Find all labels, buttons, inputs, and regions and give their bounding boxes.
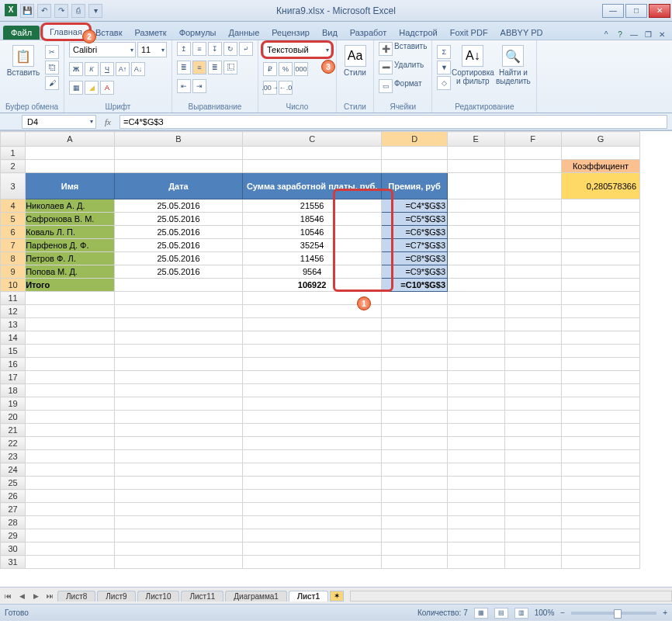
cell[interactable] bbox=[448, 173, 504, 199]
tab-data[interactable]: Данные bbox=[223, 26, 266, 40]
merge-cells-icon[interactable]: ⿺ bbox=[223, 61, 237, 75]
cell[interactable] bbox=[504, 516, 561, 529]
wrap-text-icon[interactable]: ⤶ bbox=[239, 42, 253, 56]
tab-abbyy[interactable]: ABBYY PD bbox=[494, 26, 549, 40]
cell[interactable] bbox=[504, 199, 561, 213]
cell[interactable] bbox=[26, 397, 115, 411]
cell[interactable] bbox=[561, 292, 639, 305]
tab-addins[interactable]: Надстрой bbox=[393, 26, 443, 40]
cell[interactable] bbox=[561, 490, 639, 503]
name-cell[interactable]: Петров Ф. Л. bbox=[26, 252, 115, 265]
cell[interactable] bbox=[448, 371, 504, 384]
cell[interactable] bbox=[243, 556, 382, 569]
help-icon[interactable]: ? bbox=[615, 29, 625, 40]
cell[interactable] bbox=[504, 529, 561, 543]
col-header-G[interactable]: G bbox=[561, 132, 639, 147]
cell[interactable] bbox=[114, 424, 242, 437]
cell[interactable] bbox=[382, 292, 448, 305]
row-header[interactable]: 25 bbox=[1, 477, 26, 490]
cell[interactable] bbox=[382, 345, 448, 358]
col-header-D[interactable]: D bbox=[382, 132, 448, 147]
border-icon[interactable]: ▦ bbox=[69, 81, 83, 95]
row-header[interactable]: 6 bbox=[1, 226, 26, 239]
cell[interactable] bbox=[382, 556, 448, 569]
cell[interactable] bbox=[382, 147, 448, 160]
sum-cell[interactable]: 21556 bbox=[243, 199, 382, 213]
header-cell[interactable]: Сумма заработной платы, руб. bbox=[243, 173, 382, 199]
col-header-C[interactable]: C bbox=[243, 132, 382, 147]
cell[interactable] bbox=[504, 424, 561, 437]
sum-cell[interactable]: 10546 bbox=[243, 226, 382, 239]
cell[interactable] bbox=[504, 279, 561, 292]
cell[interactable] bbox=[504, 437, 561, 450]
cell[interactable] bbox=[26, 147, 115, 160]
cell[interactable] bbox=[448, 397, 504, 411]
cell[interactable] bbox=[26, 437, 115, 450]
sum-cell[interactable]: 35254 bbox=[243, 239, 382, 252]
cell[interactable] bbox=[504, 226, 561, 239]
cell[interactable] bbox=[504, 358, 561, 371]
horizontal-scrollbar[interactable] bbox=[350, 591, 672, 602]
row-header[interactable]: 9 bbox=[1, 265, 26, 279]
sheet-nav-first-icon[interactable]: ⏮ bbox=[2, 590, 14, 602]
cell[interactable] bbox=[243, 371, 382, 384]
row-header[interactable]: 1 bbox=[1, 147, 26, 160]
cell[interactable] bbox=[382, 463, 448, 477]
qat-customize-icon[interactable]: ▾ bbox=[88, 4, 102, 18]
cell[interactable] bbox=[448, 450, 504, 463]
cell[interactable] bbox=[561, 477, 639, 490]
cell[interactable] bbox=[243, 463, 382, 477]
cell[interactable] bbox=[561, 411, 639, 424]
cell[interactable] bbox=[114, 529, 242, 543]
date-cell[interactable]: 25.05.2016 bbox=[114, 226, 242, 239]
cell[interactable] bbox=[26, 160, 115, 173]
sheet-tab[interactable]: Лист11 bbox=[181, 591, 223, 602]
cell[interactable] bbox=[26, 503, 115, 516]
cell[interactable] bbox=[504, 411, 561, 424]
increase-font-icon[interactable]: A↑ bbox=[116, 62, 130, 76]
cell[interactable] bbox=[243, 516, 382, 529]
cell[interactable] bbox=[448, 556, 504, 569]
sum-cell[interactable]: 18546 bbox=[243, 213, 382, 226]
cell[interactable] bbox=[448, 463, 504, 477]
row-header[interactable]: 27 bbox=[1, 503, 26, 516]
cell[interactable] bbox=[504, 450, 561, 463]
name-box[interactable]: D4 bbox=[22, 115, 96, 129]
tab-formulas[interactable]: Формулы bbox=[173, 26, 223, 40]
row-header[interactable]: 14 bbox=[1, 331, 26, 345]
cell[interactable] bbox=[114, 503, 242, 516]
cell[interactable] bbox=[504, 371, 561, 384]
sheet-tab[interactable]: Лист9 bbox=[97, 591, 135, 602]
row-header[interactable]: 4 bbox=[1, 199, 26, 213]
format-cells-icon[interactable]: ▭ bbox=[379, 79, 393, 93]
row-header[interactable]: 12 bbox=[1, 305, 26, 318]
format-painter-icon[interactable]: 🖌 bbox=[45, 76, 59, 90]
cell[interactable] bbox=[561, 252, 639, 265]
cell[interactable] bbox=[382, 305, 448, 318]
cell[interactable] bbox=[504, 477, 561, 490]
cell[interactable] bbox=[382, 490, 448, 503]
cell[interactable] bbox=[561, 463, 639, 477]
align-center-icon[interactable]: ≡ bbox=[192, 61, 206, 75]
cell[interactable] bbox=[382, 411, 448, 424]
date-cell[interactable]: 25.05.2016 bbox=[114, 213, 242, 226]
undo-icon[interactable]: ↶ bbox=[37, 4, 51, 18]
cell[interactable] bbox=[504, 147, 561, 160]
cell[interactable] bbox=[504, 384, 561, 397]
col-header-B[interactable]: B bbox=[114, 132, 242, 147]
close-button[interactable]: ✕ bbox=[649, 4, 670, 18]
fill-color-icon[interactable]: ◢ bbox=[85, 81, 99, 95]
cell[interactable] bbox=[448, 292, 504, 305]
zoom-in-icon[interactable]: + bbox=[663, 608, 667, 617]
tab-review[interactable]: Рецензир bbox=[265, 26, 316, 40]
sheet-tab[interactable]: Лист8 bbox=[57, 591, 95, 602]
cell[interactable] bbox=[448, 305, 504, 318]
minimize-button[interactable]: — bbox=[602, 4, 624, 18]
cell[interactable] bbox=[448, 331, 504, 345]
cell[interactable] bbox=[561, 503, 639, 516]
tab-developer[interactable]: Разработ bbox=[344, 26, 393, 40]
cell[interactable] bbox=[448, 252, 504, 265]
view-normal-icon[interactable]: ▦ bbox=[474, 608, 488, 619]
cell[interactable] bbox=[114, 331, 242, 345]
view-pagebreak-icon[interactable]: ▥ bbox=[514, 608, 528, 619]
